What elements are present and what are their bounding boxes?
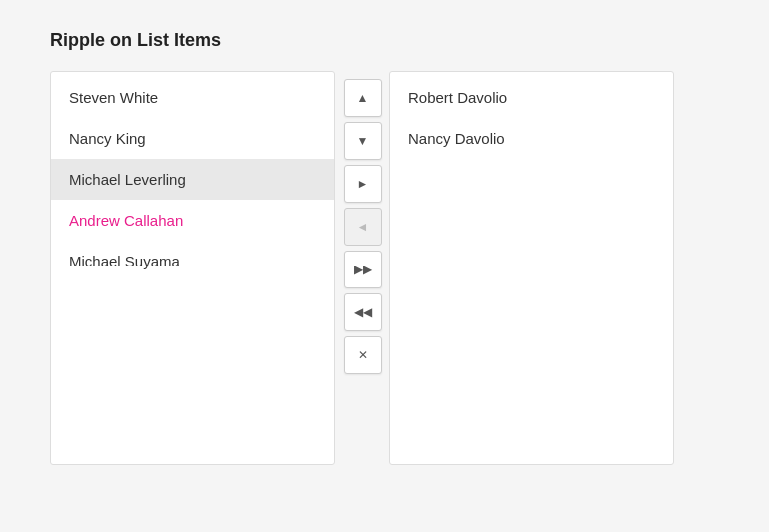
left-list-item[interactable]: Steven White <box>51 77 334 118</box>
move-up-button[interactable]: ▲ <box>344 79 382 117</box>
move-all-right-button[interactable]: ▶▶ <box>344 251 382 288</box>
left-list-item[interactable]: Michael Leverling <box>51 159 334 200</box>
remove-button[interactable]: ✕ <box>344 336 382 374</box>
move-all-left-button[interactable]: ◀◀ <box>344 293 382 331</box>
left-list-item[interactable]: Andrew Callahan <box>51 200 334 241</box>
controls-column: ▲▼►◄▶▶◀◀✕ <box>335 71 389 382</box>
move-right-button[interactable]: ► <box>344 165 382 203</box>
right-list: Robert DavolioNancy Davolio <box>389 71 674 465</box>
left-list: Steven WhiteNancy KingMichael LeverlingA… <box>50 71 335 465</box>
page-title: Ripple on List Items <box>50 30 719 51</box>
move-left-button: ◄ <box>344 208 382 246</box>
left-list-item[interactable]: Nancy King <box>51 118 334 159</box>
right-list-item[interactable]: Nancy Davolio <box>390 118 673 159</box>
main-container: Steven WhiteNancy KingMichael LeverlingA… <box>50 71 719 465</box>
left-list-item[interactable]: Michael Suyama <box>51 241 334 281</box>
move-down-button[interactable]: ▼ <box>344 122 382 160</box>
right-list-item[interactable]: Robert Davolio <box>390 77 673 118</box>
